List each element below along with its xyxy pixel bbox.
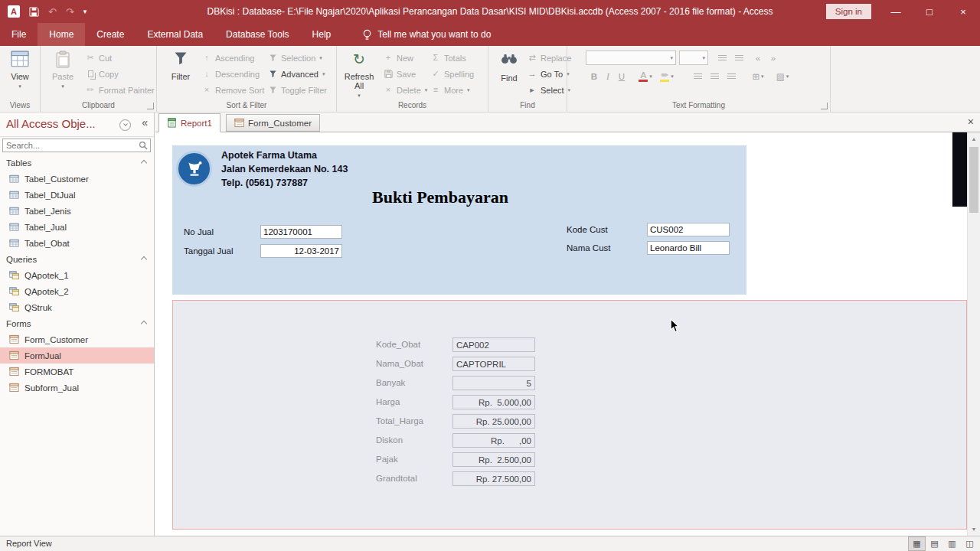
gridlines-button[interactable]: ⊞ ▾: [748, 69, 768, 84]
nama-cust-value[interactable]: Leonardo Bill: [647, 241, 730, 255]
grandtotal-value[interactable]: Rp. 27.500,00: [452, 471, 535, 486]
tab-report1[interactable]: Report1: [158, 113, 220, 132]
harga-value[interactable]: Rp. 5.000,00: [452, 395, 535, 409]
tab-form-customer[interactable]: Form_Customer: [226, 114, 320, 132]
italic-button[interactable]: I: [601, 69, 615, 84]
selection-button[interactable]: Selection ▾: [266, 50, 328, 66]
increase-indent-button[interactable]: »: [766, 51, 780, 66]
totals-button[interactable]: Σ Totals: [429, 50, 475, 66]
copy-button[interactable]: Copy: [83, 66, 156, 82]
align-right-button[interactable]: [724, 69, 739, 84]
nav-item-qapotek-2[interactable]: QApotek_2: [0, 283, 154, 299]
no-jual-value[interactable]: 1203170001: [260, 225, 342, 239]
minimize-button[interactable]: —: [879, 0, 913, 23]
save-icon[interactable]: [29, 7, 39, 17]
font-name-combo[interactable]: ▾: [586, 51, 676, 65]
advanced-button[interactable]: Advanced ▾: [266, 66, 328, 82]
background-color-button[interactable]: ▨ ▾: [773, 69, 792, 84]
tab-database-tools[interactable]: Database Tools: [214, 23, 301, 46]
scroll-up-icon[interactable]: ▲: [968, 132, 980, 145]
bold-button[interactable]: B: [587, 69, 601, 84]
remove-sort-button[interactable]: × Remove Sort: [200, 82, 266, 98]
nav-item-qapotek-1[interactable]: QApotek_1: [0, 267, 154, 283]
scroll-down-icon[interactable]: ▼: [968, 523, 980, 536]
view-button[interactable]: View ▾: [2, 49, 38, 91]
toggle-filter-button[interactable]: Toggle Filter: [266, 82, 328, 98]
tab-create[interactable]: Create: [85, 23, 136, 46]
filter-button[interactable]: Filter: [163, 49, 198, 81]
search-input[interactable]: [3, 139, 136, 152]
banyak-value[interactable]: 5: [452, 376, 535, 390]
tab-help[interactable]: Help: [301, 23, 343, 46]
maximize-button[interactable]: □: [913, 0, 946, 23]
query-icon: [9, 270, 19, 280]
sign-in-button[interactable]: Sign in: [826, 4, 871, 19]
scrollbar-thumb[interactable]: [969, 147, 978, 213]
access-app-icon[interactable]: A: [8, 5, 20, 18]
close-document-icon[interactable]: ×: [968, 116, 974, 128]
kode-cust-label: Kode Cust: [567, 225, 608, 234]
pajak-value[interactable]: Rp. 2.500,00: [452, 452, 535, 467]
total-harga-value[interactable]: Rp. 25.000,00: [452, 414, 535, 429]
tab-external-data[interactable]: External Data: [136, 23, 214, 46]
section-queries[interactable]: Queries: [0, 251, 154, 267]
find-button[interactable]: Find: [492, 49, 527, 83]
more-button[interactable]: ≡ More ▾: [429, 82, 475, 98]
tab-home[interactable]: Home: [38, 23, 85, 46]
spelling-button[interactable]: ✓ Spelling: [429, 66, 475, 82]
nav-item-tabel-customer[interactable]: Tabel_Customer: [0, 171, 154, 187]
layout-view-button[interactable]: ▥: [943, 536, 961, 551]
nav-pane-menu-icon[interactable]: [119, 119, 131, 131]
design-view-button[interactable]: ◫: [961, 536, 978, 551]
report-view-button[interactable]: ▦: [908, 536, 926, 551]
descending-button[interactable]: ↓ Descending: [200, 66, 266, 82]
tab-file[interactable]: File: [0, 23, 38, 46]
table-icon: [9, 174, 19, 184]
underline-button[interactable]: U: [615, 69, 629, 84]
print-preview-button[interactable]: ▤: [926, 536, 943, 551]
nav-item-tabel-jual[interactable]: Tabel_Jual: [0, 219, 154, 235]
highlight-button[interactable]: ✏ ▾: [658, 69, 676, 84]
nav-item-form-customer[interactable]: Form_Customer: [0, 331, 154, 347]
ascending-button[interactable]: ↑ Ascending: [200, 50, 266, 66]
nav-item-subform-jual[interactable]: Subform_Jual: [0, 380, 154, 396]
cut-button[interactable]: ✂ Cut: [83, 50, 156, 66]
align-center-button[interactable]: [707, 69, 722, 84]
font-size-combo[interactable]: ▾: [679, 51, 708, 65]
tell-me-box[interactable]: Tell me what you want to do: [362, 23, 491, 46]
collapse-pane-icon[interactable]: «: [142, 116, 148, 129]
delete-record-button[interactable]: × Delete ▾: [381, 82, 429, 98]
kode-cust-value[interactable]: CUS002: [647, 223, 730, 236]
vertical-scrollbar[interactable]: ▲ ▼: [967, 132, 980, 536]
search-icon[interactable]: [139, 141, 148, 150]
nav-item-tabel-jenis[interactable]: Tabel_Jenis: [0, 203, 154, 219]
align-left-button[interactable]: [690, 69, 705, 84]
nav-item-formobat[interactable]: FORMOBAT: [0, 364, 154, 380]
nav-item-formjual[interactable]: FormJual: [0, 347, 154, 364]
nav-pane-header: All Access Obje... «: [0, 112, 154, 137]
kode-obat-value[interactable]: CAP002: [452, 337, 535, 352]
section-tables[interactable]: Tables: [0, 155, 154, 171]
diskon-value[interactable]: Rp. ,00: [452, 433, 535, 448]
refresh-all-button[interactable]: ↻ Refresh All ▾: [340, 49, 378, 100]
font-color-button[interactable]: A ▾: [636, 69, 655, 84]
tanggal-jual-value[interactable]: 12-03-2017: [260, 244, 342, 258]
close-button[interactable]: ×: [946, 0, 980, 23]
go-to-button[interactable]: → Go To ▾: [525, 66, 573, 82]
nav-item-tabel-obat[interactable]: Tabel_Obat: [0, 235, 154, 251]
nama-obat-value[interactable]: CAPTOPRIL: [452, 357, 535, 371]
nav-item-qstruk[interactable]: QStruk: [0, 299, 154, 315]
save-record-button[interactable]: Save: [381, 66, 429, 82]
replace-button[interactable]: ⇄ Replace: [525, 50, 573, 66]
customize-qat-icon[interactable]: ▾: [83, 8, 87, 15]
new-record-button[interactable]: + New: [381, 50, 429, 66]
paste-button[interactable]: Paste ▾: [45, 49, 80, 91]
group-label-text-formatting: Text Formatting: [567, 101, 830, 109]
format-painter-button[interactable]: ✏ Format Painter: [83, 82, 156, 98]
select-button[interactable]: ▸ Select ▾: [525, 82, 573, 98]
bullets-button[interactable]: [714, 51, 730, 66]
numbering-button[interactable]: [731, 51, 746, 66]
nav-item-tabel-dtjual[interactable]: Tabel_DtJual: [0, 187, 154, 203]
section-forms[interactable]: Forms: [0, 315, 154, 331]
decrease-indent-button[interactable]: «: [751, 51, 765, 66]
